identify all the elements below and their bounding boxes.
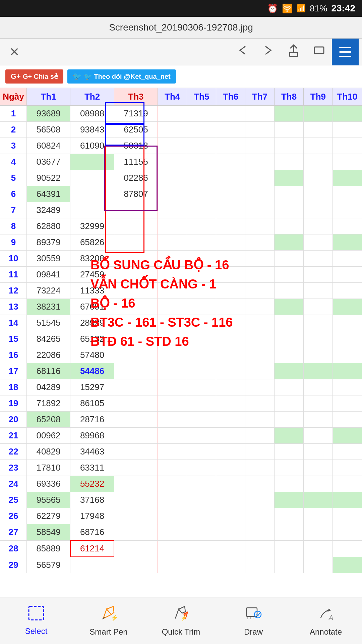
menu-button[interactable] [332, 39, 359, 65]
th4-cell [158, 524, 187, 541]
quick-trim-button[interactable]: ⚡ Quick Trim [145, 597, 217, 644]
th7-cell [245, 412, 275, 428]
th2-cell: 28929 [70, 315, 114, 331]
wifi-icon: 🛜 [282, 3, 293, 14]
th4-cell [158, 347, 187, 363]
day-cell: 2 [0, 122, 27, 138]
th3-cell [114, 444, 158, 460]
th3-cell [114, 428, 158, 444]
th10-cell [333, 234, 362, 251]
signal-icon: 📶 [297, 4, 306, 13]
th2-cell: 67091 [70, 299, 114, 315]
th6-cell [216, 202, 245, 218]
th7-cell [245, 524, 275, 541]
day-cell: 26 [0, 508, 27, 524]
th7-cell [245, 540, 275, 557]
th5-cell [187, 363, 216, 379]
th9-cell [303, 299, 333, 315]
th2-cell: 61090 [70, 138, 114, 154]
google-share-button[interactable]: G+ G+ Chia sẻ [5, 69, 63, 84]
th6-cell [216, 315, 245, 331]
th7-cell [245, 315, 275, 331]
th1-cell: 22086 [26, 347, 70, 363]
th4-cell [158, 331, 187, 347]
th8-cell [275, 218, 304, 234]
th5-cell [187, 508, 216, 524]
th1-cell: 93689 [26, 106, 70, 122]
th5-cell [187, 138, 216, 154]
th7-cell [245, 138, 275, 154]
th7-cell [245, 154, 275, 170]
select-label: Select [25, 627, 48, 636]
th8-cell [275, 347, 304, 363]
th4-cell [158, 492, 187, 508]
time-display: 23:42 [331, 3, 355, 14]
th3-cell [114, 299, 158, 315]
th9-cell [303, 283, 333, 299]
back-button[interactable] [230, 40, 255, 63]
th3-cell [114, 508, 158, 524]
th3-cell: 87807 [114, 186, 158, 202]
smart-pen-label: Smart Pen [89, 627, 127, 637]
th7-cell [245, 106, 275, 122]
forward-button[interactable] [255, 40, 281, 63]
close-button[interactable]: ✕ [3, 42, 25, 62]
day-cell: 1 [0, 106, 27, 122]
th9-cell [303, 460, 333, 476]
th7-cell [245, 476, 275, 492]
alarm-icon: ⏰ [267, 3, 278, 14]
annotate-button[interactable]: A Annotate [290, 597, 362, 644]
bottom-toolbar: Select ⚡ Smart Pen ⚡ Quick Trim [0, 597, 362, 644]
day-cell: 6 [0, 186, 27, 202]
quick-trim-label: Quick Trim [162, 627, 200, 637]
svg-text:⚡: ⚡ [111, 614, 117, 621]
twitter-follow-button[interactable]: 🐦 🐦 Theo dõi @Ket_qua_net [67, 69, 176, 84]
svg-text:⚡: ⚡ [181, 615, 187, 621]
th3-cell [114, 476, 158, 492]
google-share-label: G+ Chia sẻ [23, 72, 58, 80]
status-bar: ⏰ 🛜 📶 81% 23:42 [0, 0, 362, 17]
th10-cell [333, 379, 362, 395]
cast-button[interactable] [306, 40, 332, 63]
share-button[interactable] [281, 40, 306, 63]
th8-cell [275, 508, 304, 524]
draw-button[interactable]: Draw [217, 597, 290, 644]
th3-cell [114, 347, 158, 363]
th5-cell [187, 170, 216, 186]
day-cell: 17 [0, 363, 27, 379]
th9-cell [303, 412, 333, 428]
th1-cell: 65208 [26, 412, 70, 428]
th2-cell: 86105 [70, 395, 114, 412]
th7-cell [245, 122, 275, 138]
th8-cell [275, 186, 304, 202]
svg-rect-2 [339, 47, 351, 48]
th5-cell [187, 524, 216, 541]
table-row: 732489 [0, 202, 362, 218]
th2-cell: 27459 [70, 267, 114, 283]
quick-trim-icon: ⚡ [173, 605, 189, 625]
th3-cell [114, 234, 158, 251]
th7-cell [245, 234, 275, 251]
day-cell: 20 [0, 412, 27, 428]
th2-cell: 11333 [70, 283, 114, 299]
th3-cell [114, 331, 158, 347]
th2-cell: 65826 [70, 234, 114, 251]
smart-pen-button[interactable]: ⚡ Smart Pen [72, 597, 145, 644]
th2-cell [70, 154, 114, 170]
th4-cell [158, 428, 187, 444]
th4-cell [158, 186, 187, 202]
th8-cell [275, 315, 304, 331]
th9-cell [303, 540, 333, 557]
th8-cell [275, 251, 304, 267]
th1-cell: 17810 [26, 460, 70, 476]
annotate-label: Annotate [310, 627, 342, 637]
th5-cell [187, 251, 216, 267]
table-row: 224082934463 [0, 444, 362, 460]
th9-cell [303, 234, 333, 251]
select-button[interactable]: Select [0, 597, 72, 644]
th5-cell [187, 331, 216, 347]
th10-cell [333, 395, 362, 412]
th9-cell [303, 444, 333, 460]
th3-cell [114, 315, 158, 331]
th2-cell [70, 186, 114, 202]
